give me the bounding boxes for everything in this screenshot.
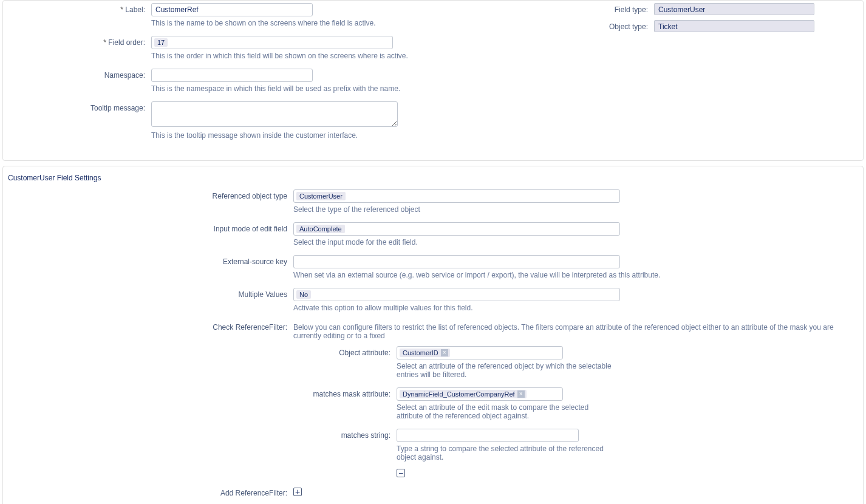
inputmode-select[interactable]: AutoComplete xyxy=(293,222,620,236)
multival-label: Multiple Values xyxy=(5,288,293,299)
label-input[interactable] xyxy=(151,3,313,16)
inputmode-help: Select the input mode for the edit field… xyxy=(293,238,861,247)
objattr-remove-icon[interactable]: × xyxy=(441,349,448,356)
extkey-help: When set via an external source (e.g. we… xyxy=(293,271,861,279)
objecttype-label: Object type: xyxy=(593,20,654,31)
general-section: Label: This is the name to be shown on t… xyxy=(2,0,864,161)
settings-title: CustomerUser Field Settings xyxy=(8,174,861,182)
settings-section: CustomerUser Field Settings Referenced o… xyxy=(2,166,864,504)
fieldorder-select[interactable]: 17 xyxy=(151,36,393,49)
label-label: Label: xyxy=(5,3,151,14)
maskattr-help: Select an attribute of the edit mask to … xyxy=(397,403,615,420)
matchstr-help: Type a string to compare the selected at… xyxy=(397,444,615,461)
maskattr-select[interactable]: DynamicField_CustomerCompanyRef × xyxy=(397,387,563,401)
maskattr-label: matches mask attribute: xyxy=(5,387,397,398)
namespace-input[interactable] xyxy=(151,69,313,82)
extkey-input[interactable] xyxy=(293,255,620,268)
fieldorder-help: This is the order in which this field wi… xyxy=(151,52,569,60)
fieldorder-label: Field order: xyxy=(5,36,151,47)
inputmode-label: Input mode of edit field xyxy=(5,222,293,233)
objattr-help: Select an attribute of the referenced ob… xyxy=(397,362,615,379)
matchstr-input[interactable] xyxy=(397,429,579,442)
multival-help: Activate this option to allow multiple v… xyxy=(293,304,861,312)
matchstr-label: matches string: xyxy=(5,429,397,440)
objattr-select[interactable]: CustomerID × xyxy=(397,346,563,359)
add-filter-button[interactable]: + xyxy=(293,488,302,496)
namespace-label: Namespace: xyxy=(5,69,151,80)
tooltip-help: This is the tooltip message shown inside… xyxy=(151,131,569,140)
multival-select[interactable]: No xyxy=(293,288,620,301)
namespace-help: This is the namespace in which this fiel… xyxy=(151,84,569,93)
tooltip-textarea[interactable] xyxy=(151,101,398,127)
checkfilter-text: Below you can configure filters to restr… xyxy=(293,321,861,340)
refobj-help: Select the type of the referenced object xyxy=(293,205,861,214)
remove-filter-button[interactable]: − xyxy=(397,469,405,477)
fieldtype-label: Field type: xyxy=(593,3,654,14)
addfilter-label: Add ReferenceFilter: xyxy=(5,486,293,497)
refobj-label: Referenced object type xyxy=(5,189,293,200)
fieldtype-value: CustomerUser xyxy=(654,3,814,15)
label-help: This is the name to be shown on the scre… xyxy=(151,19,569,27)
objattr-label: Object attribute: xyxy=(5,346,397,357)
objecttype-value: Ticket xyxy=(654,20,814,32)
tooltip-label: Tooltip message: xyxy=(5,101,151,112)
extkey-label: External-source key xyxy=(5,255,293,266)
checkfilter-label: Check ReferenceFilter: xyxy=(5,321,293,332)
refobj-select[interactable]: CustomerUser xyxy=(293,189,620,203)
maskattr-remove-icon[interactable]: × xyxy=(517,390,525,398)
